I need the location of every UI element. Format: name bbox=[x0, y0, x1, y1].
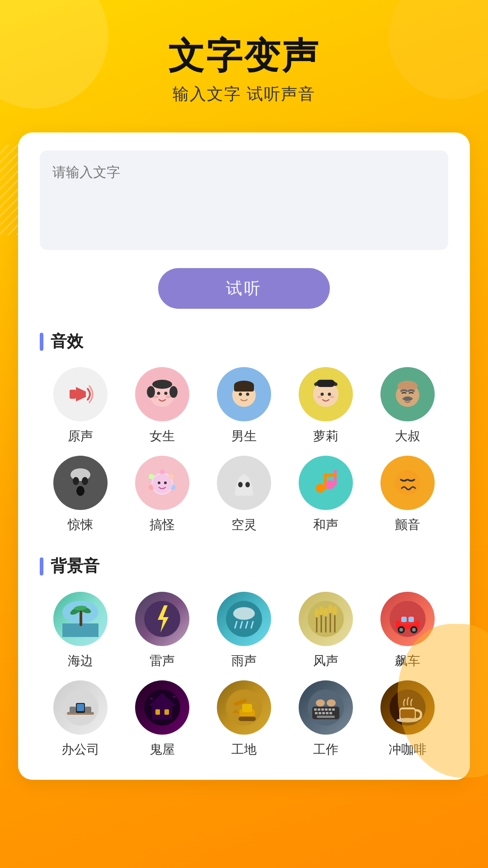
svg-rect-104 bbox=[318, 708, 320, 711]
svg-rect-94 bbox=[164, 709, 169, 715]
svg-point-39 bbox=[152, 474, 172, 494]
bg-label-leis: 雷声 bbox=[150, 652, 175, 670]
bg-icon-piaoche bbox=[380, 592, 435, 646]
effect-item-nansheng[interactable]: 男生 bbox=[203, 367, 285, 445]
svg-point-49 bbox=[395, 470, 420, 495]
bg-icon-guiwu bbox=[135, 680, 189, 735]
svg-point-7 bbox=[164, 392, 168, 395]
bg-section-title-bar bbox=[40, 557, 43, 576]
svg-rect-78 bbox=[401, 617, 407, 622]
effect-label-yuansheng: 原声 bbox=[68, 428, 93, 445]
svg-point-42 bbox=[238, 482, 243, 487]
effect-icon-moli bbox=[299, 367, 353, 421]
svg-point-30 bbox=[73, 477, 79, 485]
svg-point-22 bbox=[317, 396, 322, 398]
bg-item-piaoche[interactable]: 飙车 bbox=[366, 592, 448, 670]
svg-point-40 bbox=[158, 481, 160, 484]
effect-label-kongling: 空灵 bbox=[231, 516, 257, 533]
svg-point-73 bbox=[328, 604, 333, 613]
svg-point-81 bbox=[399, 628, 403, 632]
bg-item-fengs[interactable]: 风声 bbox=[285, 592, 366, 670]
effect-item-nusheng[interactable]: 女生 bbox=[122, 367, 203, 445]
svg-point-46 bbox=[326, 480, 335, 489]
svg-marker-1 bbox=[76, 387, 86, 401]
effect-item-dashu[interactable]: 大叔 bbox=[366, 367, 448, 445]
bg-sounds-grid: 海边 雷声 bbox=[40, 592, 448, 758]
effect-label-hesheng: 和声 bbox=[313, 516, 338, 533]
svg-rect-24 bbox=[317, 380, 335, 387]
svg-point-4 bbox=[147, 386, 155, 398]
svg-point-44 bbox=[316, 484, 325, 493]
bg-label-yus: 雨声 bbox=[231, 652, 257, 670]
effect-icon-nusheng bbox=[135, 367, 189, 421]
svg-point-20 bbox=[320, 393, 324, 396]
svg-rect-93 bbox=[155, 709, 160, 715]
effect-label-gaogui: 搞怪 bbox=[150, 516, 175, 533]
bg-icon-bangongs bbox=[53, 680, 108, 735]
effect-icon-jingsu bbox=[53, 456, 108, 510]
svg-rect-112 bbox=[326, 712, 328, 714]
effect-item-moli[interactable]: 萝莉 bbox=[285, 367, 366, 445]
svg-rect-113 bbox=[329, 712, 332, 714]
svg-rect-12 bbox=[234, 384, 254, 392]
bg-item-gongdi[interactable]: 工地 bbox=[203, 680, 285, 758]
listen-button[interactable]: 试听 bbox=[158, 268, 330, 309]
bg-icon-fengs bbox=[299, 592, 353, 646]
section-title-bar bbox=[40, 333, 43, 351]
text-input[interactable] bbox=[40, 151, 448, 250]
svg-rect-48 bbox=[324, 474, 337, 476]
bg-icon-yus bbox=[217, 592, 271, 646]
svg-point-116 bbox=[327, 699, 336, 707]
effect-item-yuansheng[interactable]: 原声 bbox=[40, 367, 122, 445]
bg-item-leis[interactable]: 雷声 bbox=[122, 592, 203, 670]
svg-rect-87 bbox=[85, 707, 91, 713]
bg-item-gongzuo[interactable]: 工作 bbox=[285, 680, 366, 758]
svg-point-72 bbox=[324, 608, 328, 617]
bg-sounds-section-title: 背景音 bbox=[40, 555, 448, 577]
effect-item-gaogui[interactable]: 搞怪 bbox=[122, 456, 203, 533]
svg-point-3 bbox=[152, 380, 172, 389]
svg-point-6 bbox=[157, 392, 160, 395]
svg-point-8 bbox=[153, 396, 159, 398]
svg-point-13 bbox=[239, 393, 242, 396]
svg-rect-119 bbox=[400, 709, 415, 718]
svg-point-74 bbox=[333, 606, 337, 615]
effect-item-chanyin[interactable]: 颤音 bbox=[366, 456, 448, 533]
svg-rect-100 bbox=[239, 717, 256, 721]
effect-item-hesheng[interactable]: 和声 bbox=[285, 456, 366, 533]
effect-label-nusheng: 女生 bbox=[150, 428, 175, 445]
effect-label-moli: 萝莉 bbox=[313, 428, 338, 445]
bg-label-gongdi: 工地 bbox=[231, 741, 257, 758]
page-subtitle: 输入文字 试听声音 bbox=[18, 83, 470, 105]
bg-item-kafei[interactable]: 冲咖啡 bbox=[366, 680, 448, 758]
svg-rect-114 bbox=[317, 716, 335, 718]
bg-item-guiwu[interactable]: 鬼屋 bbox=[122, 680, 203, 758]
bg-item-yus[interactable]: 雨声 bbox=[203, 592, 285, 670]
svg-rect-97 bbox=[242, 704, 252, 712]
effect-icon-dashu bbox=[380, 367, 435, 421]
bg-label-gongzuo: 工作 bbox=[313, 741, 338, 758]
bg-item-haibo[interactable]: 海边 bbox=[40, 592, 122, 670]
svg-point-59 bbox=[233, 607, 255, 620]
effect-label-chanyin: 颤音 bbox=[395, 516, 420, 533]
bg-icon-haibo bbox=[53, 592, 108, 646]
svg-rect-0 bbox=[70, 390, 76, 399]
bg-icon-gongzuo bbox=[299, 680, 353, 735]
svg-rect-92 bbox=[152, 706, 172, 719]
svg-rect-47 bbox=[334, 470, 337, 486]
svg-point-23 bbox=[330, 396, 334, 398]
svg-point-37 bbox=[149, 474, 154, 479]
bg-label-fengs: 风声 bbox=[313, 652, 338, 670]
svg-rect-108 bbox=[332, 708, 335, 711]
effect-item-kongling[interactable]: 空灵 bbox=[203, 456, 285, 533]
bg-item-bangongs[interactable]: 办公司 bbox=[40, 680, 122, 758]
svg-rect-106 bbox=[325, 708, 328, 711]
svg-rect-86 bbox=[70, 707, 76, 713]
effect-item-jingsu[interactable]: 惊悚 bbox=[40, 456, 122, 533]
bg-icon-leis bbox=[135, 592, 189, 646]
svg-point-9 bbox=[166, 396, 171, 398]
svg-point-14 bbox=[246, 393, 249, 396]
svg-point-26 bbox=[398, 381, 418, 392]
effect-icon-chanyin bbox=[380, 456, 435, 510]
main-card: 试听 音效 原声 bbox=[18, 132, 470, 780]
